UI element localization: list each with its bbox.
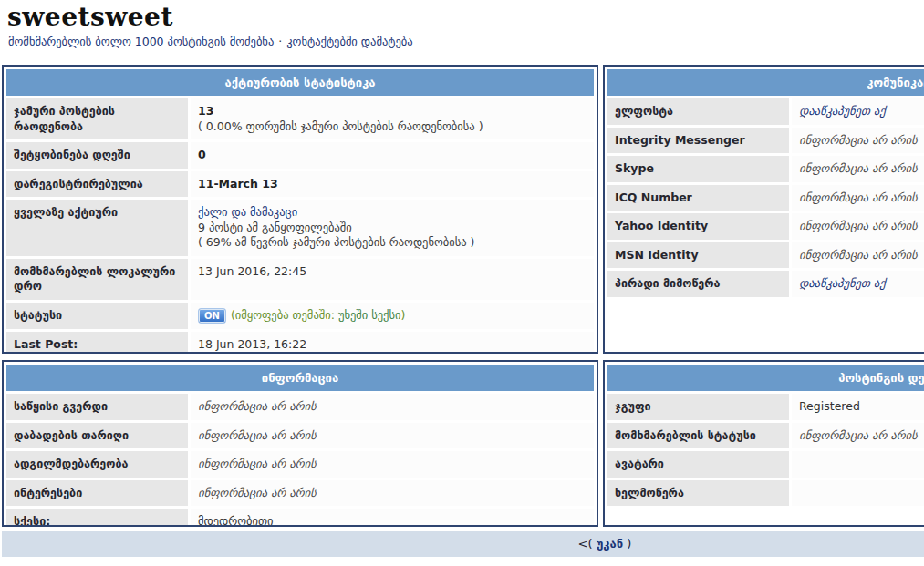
row-label: მომხმარებლის ლოკალური დრო [6,259,188,300]
find-member-posts-link[interactable]: მომხმარებლის ბოლო 1000 პოსტინგის მოძებნა [8,35,274,48]
row-value: ინფორმაცია არ არის [792,423,924,449]
row-label: შეტყობინება დღეში [6,142,188,169]
add-contact-link[interactable]: კონტაქტებში დამატება [286,35,412,48]
current-topic-link[interactable]: უხეში სექსი [338,308,401,322]
row-label: მომხმარებლის სტატუსი [607,423,789,449]
row-value: ინფორმაცია არ არის [792,213,924,240]
row-value: დააწკაპუნეთ აქ [792,98,924,125]
row-value: ინფორმაცია არ არის [792,185,924,211]
row-label: ადგილმდებარეობა [6,451,188,478]
table-row-skype: Skype ინფორმაცია არ არის [607,156,924,182]
posting-details-title: პოსტინგის დეტალები [607,365,924,391]
table-row-last-post: Last Post: 18 Jun 2013, 16:22 [6,332,594,354]
activity-statistics-title: აქტიურობის სტატისტიკა [6,69,594,96]
table-row-member-status: მომხმარებლის სტატუსი ინფორმაცია არ არის [607,423,924,449]
row-label: MSN Identity [607,242,789,269]
row-value: დააწკაპუნეთ აქ [792,271,924,297]
row-label: ყველაზე აქტიური [6,200,188,256]
total-posts-count: 13 [198,104,587,119]
table-row-posts-per-day: შეტყობინება დღეში 0 [6,142,594,169]
row-value: მდედრობითი [191,509,594,527]
row-value: 11-March 13 [191,171,594,198]
information-title: ინფორმაცია [6,365,594,391]
table-row-integrity-messenger: Integrity Messenger ინფორმაცია არ არის [607,128,924,154]
page-title: sweetsweet [7,2,924,32]
row-label: დაბადების თარიღი [6,423,188,449]
table-row-total-posts: ჯამური პოსტების რაოდენობა 13 ( 0.00% ფორ… [6,98,594,139]
status-text-prefix: (იმყოფება თემაში: [231,308,335,322]
total-posts-note: ( 0.00% ფორუმის ჯამური პოსტების რაოდენობ… [198,119,587,135]
row-value: ინფორმაცია არ არის [792,128,924,154]
row-label: Yahoo Identity [607,213,789,240]
table-row-interests: ინტერესები ინფორმაცია არ არის [6,480,594,507]
table-row-homepage: საწყისი გვერდი ინფორმაცია არ არის [6,394,594,420]
row-value: Registered [792,394,924,420]
table-row-email: ელფოსტა დააწკაპუნეთ აქ [607,98,924,125]
row-value: ინფორმაცია არ არის [792,156,924,182]
row-value: 13 ( 0.00% ფორუმის ჯამური პოსტების რაოდე… [191,98,594,139]
row-value: ინფორმაცია არ არის [792,242,924,269]
row-label: ავატარი [607,451,789,478]
table-row-signature: ხელმოწერა [607,480,924,507]
table-row-status: სტატუსი ON(იმყოფება თემაში: უხეში სექსი) [6,303,594,329]
most-active-forum-link[interactable]: ქალი და მამაკაცი [198,205,297,219]
online-status-badge: ON [198,308,226,324]
row-value: ინფორმაცია არ არის [191,394,594,420]
back-bar: <( უკან ) [2,531,924,557]
table-row-registered: დარეგისტრირებულია 11-March 13 [6,171,594,198]
row-value: ინფორმაცია არ არის [191,423,594,449]
table-row-avatar: ავატარი [607,451,924,478]
back-prefix: <( [578,537,593,551]
row-value [792,480,924,507]
row-value: ინფორმაცია არ არის [191,451,594,478]
row-label: სტატუსი [6,303,188,329]
table-row-birthday: დაბადების თარიღი ინფორმაცია არ არის [6,423,594,449]
profile-content: აქტიურობის სტატისტიკა ჯამური პოსტების რა… [2,65,924,557]
row-value: ON(იმყოფება თემაში: უხეში სექსი) [191,303,594,329]
row-label: საწყისი გვერდი [6,394,188,420]
row-label: ჯგუფი [607,394,789,420]
communication-panel: კომუნიკაცია ელფოსტა დააწკაპუნეთ აქ Integ… [603,65,924,354]
row-label: ჯამური პოსტების რაოდენობა [6,98,188,139]
table-row-yahoo: Yahoo Identity ინფორმაცია არ არის [607,213,924,240]
back-suffix: ) [627,537,631,551]
row-label: სქესი: [6,509,188,527]
row-label: პირადი მიმოწერა [607,271,789,297]
table-row-location: ადგილმდებარეობა ინფორმაცია არ არის [6,451,594,478]
most-active-posts-line: 9 პოსტი ამ განყოფილებაში [198,221,587,236]
table-row-private-message: პირადი მიმოწერა დააწკაპუნეთ აქ [607,271,924,297]
row-label: Last Post: [6,332,188,354]
separator-dot: · [278,35,282,48]
row-label: ხელმოწერა [607,480,789,507]
row-value: 18 Jun 2013, 16:22 [191,332,594,354]
row-value: ინფორმაცია არ არის [191,480,594,507]
back-link[interactable]: უკან [597,537,624,551]
row-value: ქალი და მამაკაცი 9 პოსტი ამ განყოფილებაშ… [191,200,594,256]
table-row-most-active: ყველაზე აქტიური ქალი და მამაკაცი 9 პოსტი… [6,200,594,256]
row-label: ინტერესები [6,480,188,507]
posting-details-panel: პოსტინგის დეტალები ჯგუფი Registered მომხ… [603,360,924,527]
table-row-msn: MSN Identity ინფორმაცია არ არის [607,242,924,269]
most-active-note: ( 69% ამ წევრის ჯამური პოსტების რაოდენობ… [198,235,587,251]
table-row-icq: ICQ Number ინფორმაცია არ არის [607,185,924,211]
table-row-group: ჯგუფი Registered [607,394,924,420]
pm-click-here-link[interactable]: დააწკაპუნეთ აქ [799,276,886,290]
information-panel: ინფორმაცია საწყისი გვერდი ინფორმაცია არ … [2,360,598,527]
table-row-gender: სქესი: მდედრობითი [6,509,594,527]
row-label: ელფოსტა [607,98,789,125]
row-value: 0 [191,142,594,169]
row-value [792,451,924,478]
row-label: Skype [607,156,789,182]
row-label: დარეგისტრირებულია [6,171,188,198]
row-value: 13 Jun 2016, 22:45 [191,259,594,300]
email-click-here-link[interactable]: დააწკაპუნეთ აქ [799,104,886,118]
row-label: Integrity Messenger [607,128,789,154]
table-row-local-time: მომხმარებლის ლოკალური დრო 13 Jun 2016, 2… [6,259,594,300]
activity-statistics-panel: აქტიურობის სტატისტიკა ჯამური პოსტების რა… [2,65,598,354]
row-label: ICQ Number [607,185,789,211]
communication-title: კომუნიკაცია [607,69,924,96]
profile-actions: მომხმარებლის ბოლო 1000 პოსტინგის მოძებნა… [8,35,924,48]
status-text-suffix: ) [401,308,406,322]
